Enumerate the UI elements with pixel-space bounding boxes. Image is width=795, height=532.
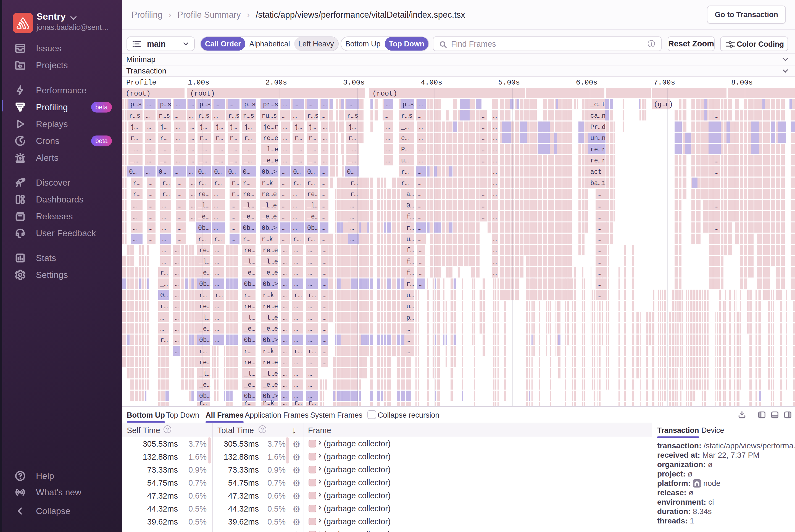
- svg-text:…: …: [418, 169, 421, 176]
- svg-text:…: …: [493, 146, 497, 153]
- svg-text:r…: r…: [307, 180, 315, 187]
- svg-text:…: …: [175, 112, 178, 120]
- svg-text:_…: _…: [348, 146, 356, 153]
- svg-text:r…: r…: [199, 400, 207, 406]
- svg-text:…: …: [177, 191, 182, 198]
- svg-text:r…: r…: [308, 348, 316, 355]
- svg-text:u…: u…: [406, 303, 414, 310]
- svg-text:…: …: [598, 202, 601, 209]
- svg-text:_e…: _e…: [244, 325, 255, 332]
- svg-text:…: …: [162, 247, 166, 254]
- svg-text:…: …: [482, 112, 486, 120]
- svg-text:…: …: [282, 236, 286, 243]
- svg-text:(root): (root): [372, 90, 397, 98]
- svg-text:…: …: [283, 269, 287, 277]
- svg-text:…: …: [175, 292, 179, 299]
- svg-text:re…e: re…e: [263, 359, 278, 366]
- svg-text:r…: r…: [160, 135, 168, 142]
- svg-text:…: …: [482, 202, 486, 209]
- svg-text:0b…>: 0b…>: [263, 393, 278, 400]
- svg-text:r…k: r…k: [263, 292, 274, 299]
- svg-text:…: …: [191, 191, 195, 198]
- svg-text:…: …: [418, 213, 421, 221]
- svg-text:_…: _…: [130, 146, 138, 153]
- svg-text:…: …: [282, 202, 286, 209]
- svg-text:r…: r…: [293, 180, 301, 187]
- svg-text:re…: re…: [307, 191, 319, 198]
- svg-text:…: …: [350, 236, 354, 243]
- svg-text:…: …: [283, 247, 287, 254]
- svg-text:…: …: [308, 393, 312, 400]
- svg-text:_e…e: _e…e: [262, 325, 278, 332]
- svg-text:…: …: [133, 213, 137, 221]
- svg-text:_e…e: _e…e: [262, 381, 278, 388]
- svg-text:…: …: [419, 146, 423, 153]
- svg-text:0b…>: 0b…>: [262, 225, 277, 232]
- svg-text:…: …: [190, 146, 194, 153]
- svg-text:…: …: [177, 202, 182, 209]
- svg-text:…: …: [308, 381, 312, 388]
- svg-text:_…: _…: [229, 146, 237, 153]
- svg-text:…: …: [715, 157, 718, 164]
- svg-text:(root): (root): [190, 90, 215, 98]
- svg-text:r…: r…: [230, 135, 237, 142]
- svg-text:…: …: [230, 101, 233, 108]
- svg-text:…: …: [293, 191, 297, 198]
- svg-text:…: …: [283, 359, 287, 366]
- svg-text:act: act: [590, 169, 602, 176]
- svg-text:_…: _…: [244, 146, 252, 153]
- svg-text:…: …: [214, 202, 218, 209]
- svg-text:r…: r…: [244, 292, 252, 299]
- svg-text:…: …: [215, 269, 219, 277]
- svg-text:…: …: [215, 101, 219, 108]
- svg-text:0…: 0…: [158, 169, 166, 176]
- svg-text:…: …: [418, 202, 421, 209]
- svg-text:0b…: 0b…: [244, 337, 255, 344]
- svg-text:r…: r…: [200, 135, 207, 142]
- svg-text:_…: _…: [294, 157, 302, 164]
- svg-text:…: …: [419, 101, 423, 108]
- svg-text:…: …: [323, 146, 327, 153]
- svg-text:r…: r…: [133, 180, 140, 187]
- svg-text:a…: a…: [406, 191, 414, 198]
- svg-text:…: …: [162, 213, 166, 221]
- svg-text:p…s: p…s: [200, 101, 211, 108]
- svg-text:_l…e: _l…e: [263, 146, 278, 153]
- svg-text:re…: re…: [199, 247, 210, 254]
- svg-text:…: …: [323, 348, 326, 355]
- svg-text:j…: j…: [244, 124, 252, 131]
- svg-text:0b…: 0b…: [199, 281, 210, 288]
- svg-text:…: …: [283, 400, 287, 406]
- svg-text:…: …: [386, 101, 390, 108]
- svg-text:0b…: 0b…: [199, 337, 210, 344]
- svg-text:r…: r…: [231, 180, 239, 187]
- svg-text:…: …: [175, 269, 179, 277]
- svg-text:r…s: r…s: [228, 112, 240, 120]
- svg-text:…: …: [283, 381, 287, 388]
- svg-text:…: …: [323, 247, 326, 254]
- svg-text:…: …: [215, 325, 219, 332]
- svg-text:_l…: _l…: [198, 202, 209, 209]
- svg-text:_l…e: _l…e: [262, 370, 278, 378]
- svg-text:…: …: [715, 169, 718, 176]
- svg-text:_…: _…: [294, 146, 302, 153]
- svg-text:ca…n: ca…n: [590, 112, 606, 120]
- svg-text:0b…>: 0b…>: [263, 337, 278, 344]
- svg-text:_…: _…: [308, 146, 316, 153]
- svg-text:…: …: [231, 202, 235, 209]
- svg-text:_…: _…: [244, 157, 252, 164]
- svg-text:…: …: [308, 314, 312, 322]
- svg-text:j…: j…: [348, 124, 356, 131]
- svg-text:u…: u…: [401, 157, 409, 164]
- svg-text:(g…r): (g…r): [654, 101, 673, 108]
- svg-text:re…r: re…r: [590, 146, 606, 153]
- svg-text:…: …: [149, 225, 152, 232]
- svg-text:_l…e: _l…e: [262, 258, 278, 265]
- svg-text:…: …: [149, 191, 152, 198]
- svg-text:…: …: [493, 124, 497, 131]
- svg-text:…: …: [175, 303, 179, 310]
- svg-text:r…s: r…s: [198, 112, 209, 120]
- svg-text:0…: 0…: [129, 169, 137, 176]
- svg-text:…: …: [350, 213, 354, 221]
- svg-text:…: …: [175, 281, 179, 288]
